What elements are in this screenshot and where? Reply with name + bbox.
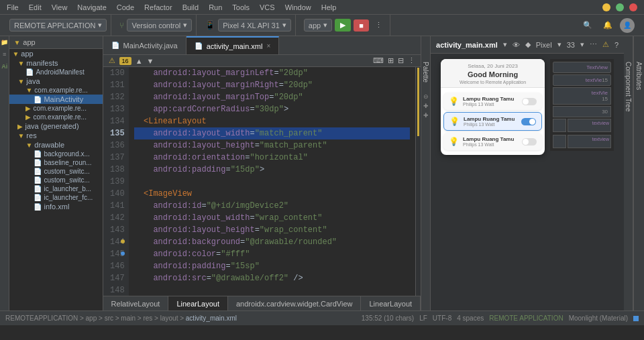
menu-edit[interactable]: Edit xyxy=(29,3,42,11)
code-content[interactable]: android:layout_marginLeft="20dp" android… xyxy=(129,67,415,296)
notifications-icon[interactable]: 🔔 xyxy=(600,19,616,31)
tree-java-generated[interactable]: ▶ java (generated) xyxy=(9,121,102,131)
chevron-down-icon2: ▾ xyxy=(183,21,187,30)
tree-item-label: java (generated) xyxy=(25,122,78,130)
menu-view[interactable]: View xyxy=(52,3,68,11)
remote-app-dropdown[interactable]: REMOTE APPLICATION ▾ xyxy=(9,19,107,32)
tree-res[interactable]: ▼ res xyxy=(9,131,102,140)
tree-ic-launcher-b[interactable]: 📄 ic_launcher_b... xyxy=(9,184,102,193)
bottom-tab-linearlayout-1[interactable]: LinearLayout xyxy=(168,296,228,310)
tab-close-button[interactable]: × xyxy=(266,42,270,50)
design-view-icon[interactable]: ⊟ xyxy=(398,56,404,65)
bottom-layout-tabs: RelativeLayout LinearLayout androidx.car… xyxy=(103,296,421,310)
tree-info-xml[interactable]: 📄 info.xml xyxy=(9,202,102,211)
tree-package-3[interactable]: ▶ com.example.re... xyxy=(9,113,102,121)
menu-file[interactable]: File xyxy=(7,3,19,11)
attributes-label[interactable]: Attributes xyxy=(635,56,643,95)
breadcrumb: REMOTEAPPLICATION > app > src > main > r… xyxy=(5,315,237,322)
version-control-dropdown[interactable]: Version control ▾ xyxy=(127,19,192,32)
more-options-icon[interactable]: ⋮ xyxy=(408,56,415,65)
bottom-tab-relative-label: RelativeLayout xyxy=(111,300,160,308)
breadcrumb-current: activity_main.xml xyxy=(186,315,237,322)
menu-help[interactable]: Help xyxy=(321,3,337,11)
palette-add-icon[interactable]: ✚ xyxy=(423,103,429,109)
editor-toolbar-right: ⌨ ⊞ ⊟ ⋮ xyxy=(373,56,415,65)
preview-help-icon[interactable]: ? xyxy=(614,41,619,49)
tree-package-1[interactable]: ▼ com.example.re... xyxy=(9,86,102,95)
device-name-3: Lampu Ruang Tamu xyxy=(463,136,514,142)
profile-icon[interactable]: 👤 xyxy=(620,18,635,33)
titlebar: File Edit View Navigate Code Refactor Bu… xyxy=(0,0,644,15)
wf-row-1: textview xyxy=(553,119,611,132)
device-dropdown[interactable]: Pixel 4 XL API 31 ▾ xyxy=(218,19,291,32)
tree-package-2[interactable]: ▶ com.example.re... xyxy=(9,104,102,113)
menu-code[interactable]: Code xyxy=(117,3,134,11)
toggle-3[interactable] xyxy=(522,138,537,146)
tree-androidmanifest[interactable]: 📄 AndroidManifest xyxy=(9,68,102,76)
tree-manifests[interactable]: ▼ manifests xyxy=(9,58,102,68)
device-watt-2: Philips 13 Watt xyxy=(464,122,515,127)
tree-item-label: background.x... xyxy=(44,150,89,158)
wf-row-2: textview xyxy=(553,135,611,148)
preview-shapes-icon[interactable]: ◆ xyxy=(525,40,531,49)
code-line-139 xyxy=(134,176,410,188)
stop-button[interactable]: ■ xyxy=(354,19,369,32)
bottom-tab-linearlayout-2[interactable]: LinearLayout xyxy=(361,296,421,310)
palette-more-icon[interactable]: ✚ xyxy=(423,112,429,119)
tree-app-root[interactable]: ▼ app xyxy=(9,49,102,58)
ai-icon[interactable]: Ai xyxy=(1,63,7,70)
tree-ic-launcher-fc[interactable]: 📄 ic_launcher_fc... xyxy=(9,193,102,202)
preview-eye-icon[interactable]: 👁 xyxy=(513,41,520,49)
minimize-button[interactable] xyxy=(602,3,610,11)
code-line-135: android:layout_width="match_parent" xyxy=(134,127,410,139)
tree-baseline-round[interactable]: 📄 baseline_roun... xyxy=(9,158,102,167)
up-arrow-icon[interactable]: ▲ xyxy=(136,57,143,65)
tree-drawable[interactable]: ▼ drawable xyxy=(9,140,102,150)
bottom-tab-cardview[interactable]: androidx.cardview.widget.CardView xyxy=(228,296,361,310)
tab-mainactivity[interactable]: 📄 MainActivity.java xyxy=(103,36,186,54)
menu-run[interactable]: Run xyxy=(209,3,222,11)
more-options-button[interactable]: ⋮ xyxy=(372,19,386,31)
device-name-2: Lampu Ruang Tamu xyxy=(464,116,515,122)
code-line-144: android:background="@drawable/rounded" xyxy=(134,236,410,248)
tree-custom-switch-2[interactable]: 📄 custom_switc... xyxy=(9,176,102,184)
palette-panel: Palette ⊖ ✚ ✚ xyxy=(421,36,431,310)
chevron-down-icon: ▾ xyxy=(98,21,102,30)
tree-background-xml[interactable]: 📄 background.x... xyxy=(9,150,102,158)
toggle-1[interactable] xyxy=(522,98,537,105)
tree-mainactivity[interactable]: 📄 MainActivity xyxy=(9,95,102,104)
menu-vcs[interactable]: VCS xyxy=(260,3,275,11)
preview-device-dropdown[interactable]: ▾ xyxy=(557,40,561,49)
component-tree-label[interactable]: Component Tree xyxy=(625,56,632,117)
menu-window[interactable]: Window xyxy=(285,3,311,11)
maximize-button[interactable] xyxy=(616,3,624,11)
tree-custom-switch-1[interactable]: 📄 custom_switc... xyxy=(9,167,102,176)
code-view-icon[interactable]: ⌨ xyxy=(373,56,384,65)
app-dropdown[interactable]: app ▾ xyxy=(304,19,332,32)
tree-java[interactable]: ▼ java xyxy=(9,76,102,86)
palette-zoom-out-icon[interactable]: ⊖ xyxy=(423,93,429,100)
close-button[interactable] xyxy=(629,3,637,11)
device-card-1[interactable]: 💡 Lampu Ruang Tamu Philips 13 Watt xyxy=(443,93,542,110)
preview-more-icon[interactable]: ⋯ xyxy=(590,40,597,49)
search-icon[interactable]: 🔍 xyxy=(580,19,596,31)
device-card-3[interactable]: 💡 Lampu Ruang Tamu Philips 13 Watt xyxy=(443,133,542,150)
palette-label[interactable]: Palette xyxy=(422,56,429,88)
bottom-tab-relativelayout[interactable]: RelativeLayout xyxy=(103,296,169,310)
structure-icon[interactable]: ≡ xyxy=(3,51,6,58)
menu-tools[interactable]: Tools xyxy=(232,3,250,11)
tools-section: 🔍 🔔 👤 xyxy=(394,15,639,36)
menu-navigate[interactable]: Navigate xyxy=(77,3,106,11)
menu-refactor[interactable]: Refactor xyxy=(144,3,172,11)
run-button[interactable]: ▶ xyxy=(335,19,351,32)
toggle-2[interactable] xyxy=(521,118,536,125)
menu-build[interactable]: Build xyxy=(182,3,199,11)
preview-expand-icon[interactable]: ▾ xyxy=(503,40,507,49)
split-view-icon[interactable]: ⊞ xyxy=(388,56,394,65)
down-arrow-icon[interactable]: ▼ xyxy=(147,57,154,65)
tab-activity-main-xml[interactable]: 📄 activity_main.xml × xyxy=(186,36,280,54)
device-card-2[interactable]: 💡 Lampu Ruang Tamu Philips 13 Watt xyxy=(443,112,542,131)
preview-zoom-dropdown[interactable]: ▾ xyxy=(580,40,584,49)
project-icon[interactable]: 📁 xyxy=(1,39,8,46)
device-info-1: 💡 Lampu Ruang Tamu Philips 13 Watt xyxy=(449,96,514,107)
